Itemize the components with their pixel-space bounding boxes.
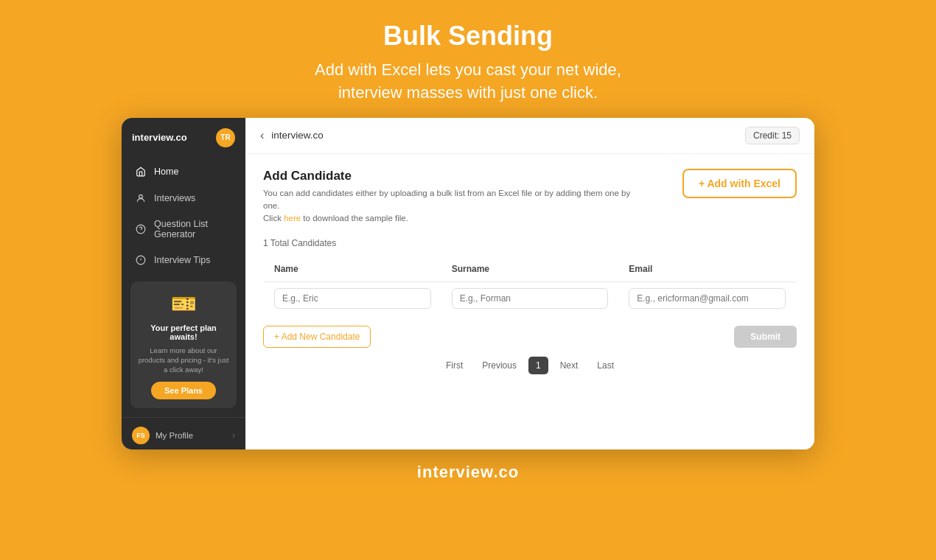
col-email: Email	[618, 256, 796, 282]
section-description: You can add candidates either by uploadi…	[263, 187, 646, 225]
promo-title: Your perfect plan awaits!	[138, 323, 229, 341]
footer-brand: interview.co	[417, 449, 519, 489]
top-bar: ‹ interview.co Credit: 15	[245, 118, 814, 154]
sidebar-item-interviews-label: Interviews	[154, 193, 195, 203]
content-area: Add Candidate You can add candidates eit…	[245, 154, 814, 449]
sidebar-header: interview.co TR	[122, 118, 245, 159]
section-header: Add Candidate You can add candidates eit…	[263, 169, 797, 225]
pagination: First Previous 1 Next Last	[263, 348, 797, 379]
back-button[interactable]: ‹	[260, 129, 264, 142]
section-title: Add Candidate	[263, 169, 646, 183]
table-footer: + Add New Candidate Submit	[263, 326, 797, 348]
sidebar-item-question-list[interactable]: Question List Generator	[128, 212, 240, 246]
app-window: interview.co TR Home	[122, 118, 814, 449]
see-plans-button[interactable]: See Plans	[151, 382, 216, 399]
pagination-next[interactable]: Next	[553, 357, 586, 374]
sidebar-item-interview-tips[interactable]: Interview Tips	[128, 248, 240, 273]
home-icon	[135, 166, 147, 178]
sidebar-logo: interview.co	[132, 132, 187, 143]
col-name: Name	[264, 256, 441, 282]
candidates-count: 1 Total Candidates	[263, 238, 797, 248]
tips-icon	[135, 254, 147, 266]
pagination-previous[interactable]: Previous	[475, 357, 524, 374]
sidebar-nav: Home Interviews	[122, 159, 245, 273]
sidebar-item-question-label: Question List Generator	[154, 219, 232, 239]
footer-profile-label: My Profile	[156, 431, 193, 440]
sidebar-user-avatar: TR	[216, 128, 235, 147]
sidebar-item-home[interactable]: Home	[128, 159, 240, 184]
col-surname: Surname	[441, 256, 619, 282]
sample-file-link[interactable]: here	[284, 214, 301, 223]
promo-illustration: 🎫	[171, 292, 197, 316]
sidebar: interview.co TR Home	[122, 118, 245, 449]
topbar-title: interview.co	[271, 130, 324, 141]
page-header: Bulk Sending Add with Excel lets you cas…	[315, 0, 621, 118]
add-new-candidate-button[interactable]: + Add New Candidate	[263, 326, 371, 348]
add-with-excel-button[interactable]: + Add with Excel	[682, 169, 797, 198]
promo-description: Learn more about our products and pricin…	[138, 346, 229, 375]
name-input[interactable]	[274, 288, 431, 309]
surname-input[interactable]	[452, 288, 609, 309]
sidebar-footer: FS My Profile ›	[122, 417, 245, 449]
promo-card: 🎫 Your perfect plan awaits! Learn more a…	[130, 281, 237, 409]
submit-button[interactable]: Submit	[734, 326, 797, 348]
question-icon	[135, 223, 147, 235]
interviews-icon	[135, 192, 147, 204]
pagination-current[interactable]: 1	[528, 357, 548, 374]
page-title: Bulk Sending	[315, 21, 621, 52]
table-row	[264, 282, 797, 315]
email-input[interactable]	[629, 288, 786, 309]
sidebar-item-tips-label: Interview Tips	[154, 255, 210, 265]
main-content: ‹ interview.co Credit: 15 Add Candidate …	[245, 118, 814, 449]
footer-avatar: FS	[132, 427, 150, 444]
page-subtitle: Add with Excel lets you cast your net wi…	[315, 59, 621, 105]
footer-arrow-icon[interactable]: ›	[232, 430, 235, 441]
sidebar-item-interviews[interactable]: Interviews	[128, 186, 240, 211]
credit-badge: Credit: 15	[745, 127, 800, 144]
pagination-last[interactable]: Last	[590, 357, 621, 374]
section-info: Add Candidate You can add candidates eit…	[263, 169, 646, 225]
sidebar-promo: 🎫 Your perfect plan awaits! Learn more a…	[122, 273, 245, 418]
sidebar-item-home-label: Home	[154, 167, 178, 177]
pagination-first[interactable]: First	[439, 357, 470, 374]
candidates-table: Name Surname Email	[263, 256, 797, 315]
svg-point-0	[139, 195, 143, 198]
